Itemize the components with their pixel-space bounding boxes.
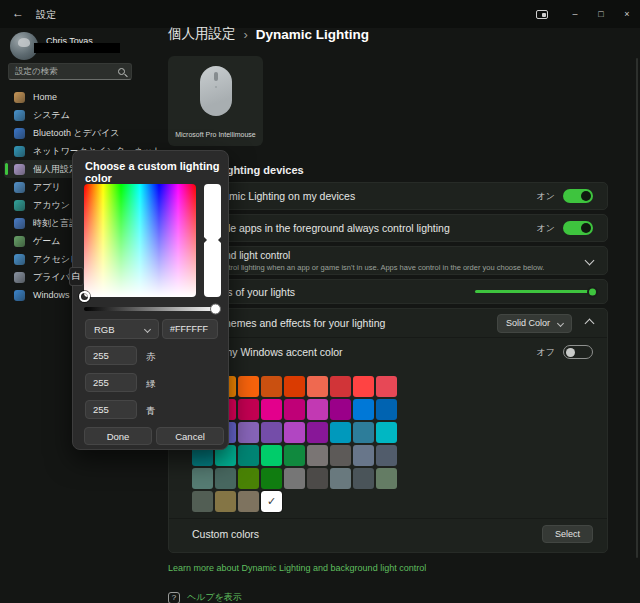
sidebar-item[interactable]: Bluetooth とデバイス bbox=[4, 124, 158, 142]
cancel-button[interactable]: Cancel bbox=[156, 427, 224, 445]
color-swatch[interactable] bbox=[330, 399, 351, 420]
search-input[interactable]: 設定の検索 bbox=[8, 63, 132, 80]
sidebar-item[interactable]: システム bbox=[4, 106, 158, 124]
mouse-dot bbox=[215, 86, 217, 88]
system-icon bbox=[14, 110, 25, 121]
color-swatch[interactable] bbox=[353, 445, 374, 466]
color-swatch[interactable] bbox=[238, 491, 259, 512]
scrollbar[interactable] bbox=[636, 58, 638, 558]
use-lighting-label: Use Dynamic Lighting on my devices bbox=[183, 190, 537, 202]
brightness-slider-knob[interactable] bbox=[587, 286, 598, 297]
sidebar-item-label: Bluetooth とデバイス bbox=[33, 127, 120, 140]
chevron-up-icon[interactable] bbox=[585, 318, 595, 328]
color-swatch[interactable] bbox=[376, 445, 397, 466]
help-link[interactable]: ヘルプを表示 bbox=[187, 591, 242, 603]
color-swatch[interactable] bbox=[307, 445, 328, 466]
green-label: 緑 bbox=[146, 378, 156, 391]
color-swatch[interactable] bbox=[192, 468, 213, 489]
color-swatch[interactable] bbox=[376, 399, 397, 420]
color-swatch[interactable] bbox=[261, 445, 282, 466]
color-swatch[interactable] bbox=[353, 422, 374, 443]
color-swatch[interactable] bbox=[330, 445, 351, 466]
color-swatch[interactable] bbox=[330, 376, 351, 397]
chevron-down-icon[interactable] bbox=[585, 256, 595, 266]
breadcrumb-parent[interactable]: 個人用設定 bbox=[168, 25, 236, 43]
color-swatch[interactable] bbox=[353, 468, 374, 489]
color-swatch[interactable] bbox=[192, 491, 213, 512]
color-swatch[interactable] bbox=[376, 376, 397, 397]
color-swatch[interactable] bbox=[376, 422, 397, 443]
color-swatch[interactable]: ✓ bbox=[261, 491, 282, 512]
color-swatch[interactable] bbox=[261, 399, 282, 420]
color-swatch[interactable] bbox=[353, 399, 374, 420]
breadcrumb: 個人用設定 › Dynamic Lighting bbox=[168, 25, 369, 43]
custom-colors-row: Custom colors Select bbox=[169, 518, 607, 549]
close-button[interactable]: × bbox=[614, 9, 640, 19]
color-model-select[interactable]: RGB bbox=[85, 319, 159, 339]
color-swatch[interactable] bbox=[307, 422, 328, 443]
dropdown-chevron-icon bbox=[557, 319, 564, 326]
color-swatch[interactable] bbox=[284, 376, 305, 397]
effects-dropdown[interactable]: Solid Color bbox=[497, 314, 572, 333]
blue-input[interactable]: 255 bbox=[85, 400, 137, 419]
effects-header-row[interactable]: Choose themes and effects for your light… bbox=[169, 309, 607, 337]
help-row[interactable]: ? ヘルプを表示 bbox=[168, 591, 242, 603]
color-swatch[interactable] bbox=[330, 422, 351, 443]
sidebar-item[interactable]: Home bbox=[4, 88, 158, 106]
background-control-desc: Apps can control lighting when an app or… bbox=[183, 263, 586, 272]
color-swatch[interactable] bbox=[215, 468, 236, 489]
custom-colors-select-button[interactable]: Select bbox=[542, 525, 593, 543]
red-input[interactable]: 255 bbox=[85, 346, 137, 365]
app-title: 設定 bbox=[36, 8, 56, 22]
color-swatch[interactable] bbox=[238, 376, 259, 397]
learn-more-link[interactable]: Learn more about Dynamic Lighting and ba… bbox=[168, 563, 426, 573]
accent-match-state: オフ bbox=[537, 346, 555, 359]
color-swatch[interactable] bbox=[238, 422, 259, 443]
accent-match-toggle[interactable] bbox=[563, 345, 593, 359]
privacy-icon bbox=[14, 272, 25, 283]
use-lighting-toggle[interactable] bbox=[563, 189, 593, 203]
color-swatch[interactable] bbox=[284, 422, 305, 443]
color-swatch[interactable] bbox=[376, 468, 397, 489]
background-control-row[interactable]: Background light control Apps can contro… bbox=[168, 246, 608, 275]
time-language-icon bbox=[14, 218, 25, 229]
color-swatch[interactable] bbox=[238, 399, 259, 420]
brightness-slider[interactable] bbox=[475, 290, 593, 293]
hex-input[interactable]: #FFFFFF bbox=[162, 319, 218, 339]
effects-label: Choose themes and effects for your light… bbox=[183, 317, 497, 329]
color-swatch[interactable] bbox=[307, 399, 328, 420]
search-placeholder: 設定の検索 bbox=[15, 66, 118, 78]
back-button[interactable]: ← bbox=[12, 6, 24, 20]
color-swatch[interactable] bbox=[261, 422, 282, 443]
color-swatch[interactable] bbox=[261, 376, 282, 397]
mouse-image bbox=[200, 66, 232, 116]
use-lighting-row: Use Dynamic Lighting on my devices オン bbox=[168, 182, 608, 210]
color-swatch[interactable] bbox=[284, 445, 305, 466]
done-button[interactable]: Done bbox=[84, 427, 152, 445]
check-icon: ✓ bbox=[261, 491, 282, 512]
brightness-strip-slider[interactable] bbox=[84, 307, 220, 311]
color-swatch[interactable] bbox=[307, 376, 328, 397]
color-swatch[interactable] bbox=[261, 468, 282, 489]
color-swatch[interactable] bbox=[330, 468, 351, 489]
color-swatch[interactable] bbox=[238, 468, 259, 489]
color-swatch[interactable] bbox=[284, 399, 305, 420]
sidebar-item-label: アプリ bbox=[33, 181, 61, 194]
spectrum-selection-ring[interactable] bbox=[79, 291, 90, 302]
windows-update-icon bbox=[14, 290, 25, 301]
strip-slider-knob[interactable] bbox=[210, 304, 221, 315]
device-card[interactable]: Microsoft Pro Intellimouse bbox=[168, 56, 263, 146]
color-swatch[interactable] bbox=[238, 445, 259, 466]
color-swatch[interactable] bbox=[215, 491, 236, 512]
select-chevron-icon bbox=[144, 325, 151, 332]
color-spectrum[interactable] bbox=[84, 184, 196, 297]
brightness-row: Brightness of your lights bbox=[168, 279, 608, 304]
color-swatch[interactable] bbox=[307, 468, 328, 489]
value-slider[interactable] bbox=[204, 184, 221, 297]
color-swatch[interactable] bbox=[284, 468, 305, 489]
color-swatch[interactable] bbox=[353, 376, 374, 397]
green-input[interactable]: 255 bbox=[85, 373, 137, 392]
blue-label: 青 bbox=[146, 405, 156, 418]
network-icon bbox=[14, 146, 25, 157]
foreground-apps-toggle[interactable] bbox=[563, 221, 593, 235]
